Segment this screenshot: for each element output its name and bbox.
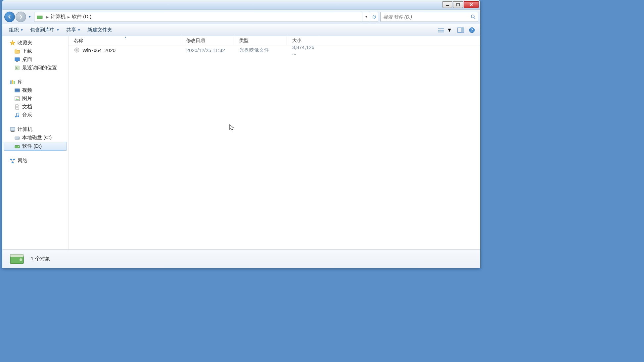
column-type[interactable]: 类型 [234, 36, 287, 45]
file-date-cell: 2020/12/25 11:32 [181, 47, 234, 53]
svg-rect-3 [37, 15, 42, 16]
drive-large-icon [9, 251, 25, 267]
content-area: 收藏夹 下载 桌面 最近访问的位置 库 [2, 36, 480, 249]
close-button[interactable] [464, 1, 479, 8]
svg-rect-24 [15, 89, 20, 89]
column-name-label: 名称 [74, 38, 83, 44]
search-input[interactable] [381, 14, 469, 20]
svg-rect-10 [440, 30, 444, 31]
breadcrumb-separator-icon[interactable]: ▸ [45, 14, 50, 20]
new-folder-button[interactable]: 新建文件夹 [84, 26, 115, 34]
sidebar-local-c[interactable]: 本地磁盘 (C:) [2, 133, 68, 142]
chevron-down-icon: ▼ [447, 27, 452, 33]
column-date[interactable]: 修改日期 [181, 36, 234, 45]
svg-rect-32 [10, 128, 15, 130]
breadcrumb-separator-icon[interactable]: ▸ [66, 14, 71, 20]
sidebar-libraries-label: 库 [18, 79, 23, 85]
file-name-cell: Win7x64_2020 [69, 47, 181, 53]
sidebar-software-d-label: 软件 (D:) [22, 143, 42, 149]
organize-button[interactable]: 组织▼ [6, 26, 27, 34]
drive-icon [36, 14, 43, 20]
sidebar-desktop[interactable]: 桌面 [2, 55, 68, 64]
sidebar-software-d[interactable]: 软件 (D:) [4, 142, 67, 151]
share-button[interactable]: 共享▼ [63, 26, 84, 34]
new-folder-label: 新建文件夹 [87, 27, 112, 33]
svg-rect-40 [13, 159, 15, 160]
downloads-icon [14, 48, 20, 54]
svg-point-27 [18, 97, 19, 98]
sidebar-network[interactable]: 网络 [2, 157, 68, 165]
sidebar-pictures-label: 图片 [22, 95, 32, 102]
sidebar-videos[interactable]: 视频 [2, 86, 68, 94]
mouse-cursor-icon [229, 124, 235, 131]
breadcrumb-drive[interactable]: 软件 (D:) [71, 12, 92, 21]
svg-rect-20 [10, 80, 12, 84]
help-button[interactable]: ? [467, 26, 477, 35]
sidebar-recent[interactable]: 最近访问的位置 [2, 64, 68, 72]
sidebar-favorites[interactable]: 收藏夹 [2, 39, 68, 47]
sidebar-local-c-label: 本地磁盘 (C:) [22, 134, 52, 141]
svg-rect-11 [440, 31, 444, 32]
chevron-down-icon: ▼ [77, 28, 81, 32]
svg-rect-39 [10, 159, 12, 160]
sidebar-music[interactable]: 音乐 [2, 111, 68, 119]
breadcrumb-computer[interactable]: 计算机 [50, 12, 66, 21]
computer-icon [10, 127, 16, 132]
sidebar-pictures[interactable]: 图片 [2, 94, 68, 103]
svg-rect-33 [11, 131, 14, 131]
svg-rect-8 [438, 31, 439, 32]
refresh-button[interactable] [370, 12, 378, 22]
sidebar-computer[interactable]: 计算机 [2, 125, 68, 133]
list-view-icon [438, 27, 445, 33]
libraries-icon [10, 79, 16, 85]
svg-rect-22 [14, 81, 15, 84]
svg-line-5 [474, 18, 475, 19]
view-mode-button[interactable]: ▼ [436, 26, 454, 34]
sidebar-libraries[interactable]: 库 [2, 78, 68, 86]
drive-d-icon [14, 143, 20, 149]
explorer-window: ▼ ▸ 计算机 ▸ 软件 (D:) ▾ 组织▼ 包含到库中▼ [2, 0, 481, 268]
column-date-label: 修改日期 [186, 38, 205, 44]
address-bar[interactable]: ▸ 计算机 ▸ 软件 (D:) ▾ [34, 12, 378, 22]
sidebar-computer-label: 计算机 [18, 126, 32, 132]
sidebar-desktop-label: 桌面 [22, 56, 32, 63]
back-button[interactable] [4, 12, 15, 22]
address-right-controls: ▾ [362, 12, 378, 22]
desktop-icon [14, 57, 20, 63]
include-label: 包含到库中 [30, 27, 55, 33]
forward-button[interactable] [16, 12, 26, 22]
history-dropdown-icon[interactable]: ▼ [27, 14, 32, 20]
column-size[interactable]: 大小 [287, 36, 320, 45]
titlebar[interactable] [2, 0, 480, 10]
minimize-button[interactable] [442, 1, 452, 8]
drive-c-icon [14, 135, 20, 141]
svg-rect-25 [15, 91, 20, 92]
svg-rect-1 [457, 3, 459, 6]
file-row[interactable]: Win7x64_2020 2020/12/25 11:32 光盘映像文件 3,8… [69, 45, 480, 55]
include-in-library-button[interactable]: 包含到库中▼ [27, 26, 63, 34]
search-icon[interactable] [469, 14, 478, 20]
chevron-down-icon: ▼ [20, 28, 23, 32]
organize-label: 组织 [9, 27, 19, 33]
documents-icon [14, 104, 20, 110]
file-size-cell: 3,874,126 ... [287, 44, 320, 56]
chevron-down-icon: ▼ [56, 28, 60, 32]
sidebar-documents[interactable]: 文档 [2, 103, 68, 111]
navigation-sidebar: 收藏夹 下载 桌面 最近访问的位置 库 [2, 36, 69, 249]
sidebar-favorites-label: 收藏夹 [18, 40, 32, 46]
maximize-button[interactable] [453, 1, 463, 8]
svg-point-31 [18, 115, 19, 117]
svg-rect-41 [12, 162, 14, 163]
sidebar-network-label: 网络 [18, 158, 27, 164]
svg-point-30 [15, 116, 17, 117]
column-name[interactable]: 名称 ▴ [69, 36, 181, 45]
pictures-icon [14, 96, 20, 102]
sidebar-downloads[interactable]: 下载 [2, 47, 68, 55]
preview-pane-button[interactable] [456, 26, 466, 35]
network-icon [10, 158, 16, 164]
svg-text:?: ? [471, 28, 473, 32]
address-dropdown-button[interactable]: ▾ [362, 12, 370, 22]
column-headers: 名称 ▴ 修改日期 类型 大小 [69, 36, 480, 45]
file-rows[interactable]: Win7x64_2020 2020/12/25 11:32 光盘映像文件 3,8… [69, 45, 480, 249]
share-label: 共享 [66, 27, 76, 33]
